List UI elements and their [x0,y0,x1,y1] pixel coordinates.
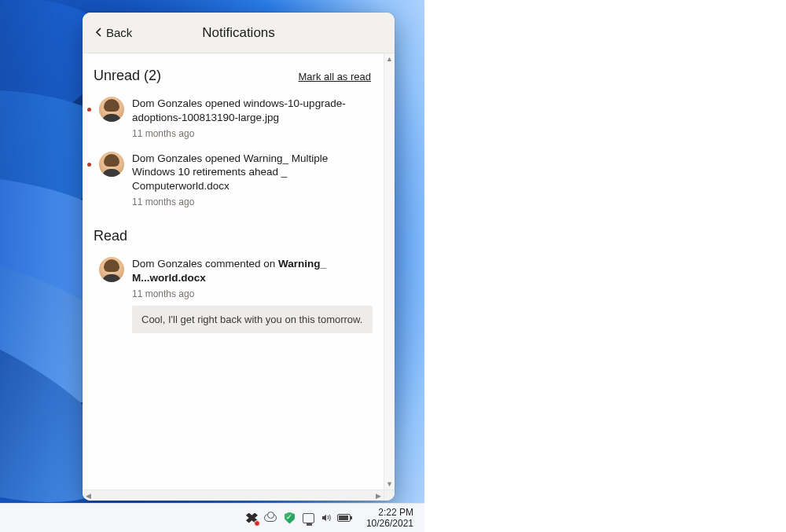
scroll-up-icon[interactable]: ▲ [384,53,395,64]
notification-text: Dom Gonzales opened Warning_ Multiple Wi… [132,152,373,193]
comment-content: Cool, I'll get right back with you on th… [132,306,373,333]
read-section-header: Read [83,214,384,251]
onedrive-tray-icon[interactable] [264,512,277,525]
notification-item[interactable]: Dom Gonzales opened Warning_ Multiple Wi… [83,145,384,214]
taskbar-date: 10/26/2021 [366,518,413,529]
unread-section-header: Unread (2) Mark all as read [83,53,384,90]
notification-item[interactable]: Dom Gonzales commented on Warning_ M...w… [83,251,384,339]
back-button[interactable]: Back [87,21,140,44]
security-tray-icon[interactable] [283,512,296,525]
panel-header: Back Notifications [83,13,395,53]
panel-body: Unread (2) Mark all as read Dom Gonzales… [83,53,395,501]
chevron-left-icon [95,26,103,39]
notification-item[interactable]: Dom Gonzales opened windows-10-upgrade-a… [83,90,384,145]
notification-time: 11 months ago [132,128,373,139]
panel-title: Notifications [202,25,275,41]
dropbox-tray-icon[interactable] [245,512,259,525]
back-label: Back [106,26,132,39]
vertical-scrollbar[interactable]: ▲ ▼ [384,53,395,490]
network-tray-icon[interactable] [302,512,315,525]
avatar [99,257,124,282]
avatar [99,97,124,122]
read-title: Read [94,228,127,244]
scroll-right-icon[interactable]: ▶ [373,490,384,501]
notifications-panel: Back Notifications Unread (2) Mark all a… [83,13,395,501]
taskbar-clock[interactable]: 2:22 PM 10/26/2021 [358,507,418,529]
unread-dot-icon [87,108,91,112]
scroll-area: Unread (2) Mark all as read Dom Gonzales… [83,53,384,490]
dot-spacer [87,268,91,272]
notification-text: Dom Gonzales opened windows-10-upgrade-a… [132,97,373,125]
unread-title: Unread (2) [94,68,161,84]
taskbar-time: 2:22 PM [366,507,413,518]
horizontal-scrollbar[interactable]: ◀ ▶ [83,490,384,501]
system-tray: 2:22 PM 10/26/2021 [239,504,424,532]
scroll-down-icon[interactable]: ▼ [384,479,395,490]
battery-tray-icon[interactable] [337,512,351,525]
notification-text: Dom Gonzales commented on Warning_ M...w… [132,257,373,285]
notification-time: 11 months ago [132,196,373,207]
volume-tray-icon[interactable] [321,512,332,523]
avatar [99,152,124,177]
notification-prefix: Dom Gonzales commented on [132,258,278,270]
taskbar: 2:22 PM 10/26/2021 [0,503,424,532]
unread-dot-icon [87,163,91,167]
notification-time: 11 months ago [132,288,373,299]
mark-all-read-button[interactable]: Mark all as read [299,71,371,83]
